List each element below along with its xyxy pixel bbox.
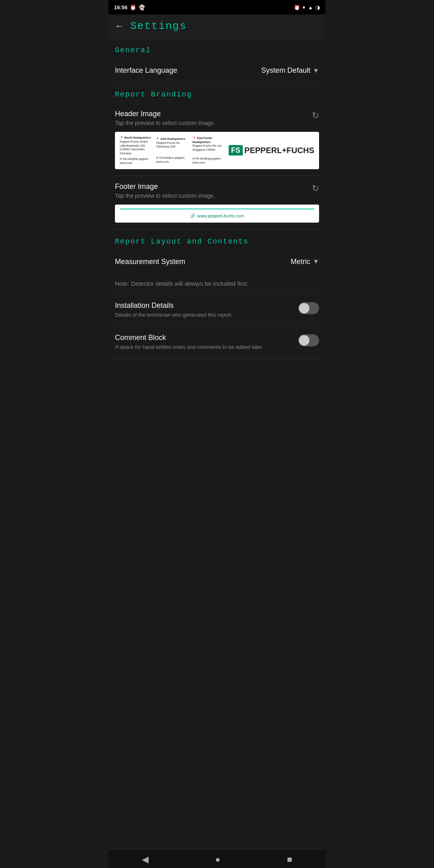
signal-icon: ▲ bbox=[308, 4, 313, 10]
back-button[interactable]: ← bbox=[115, 21, 124, 31]
status-bar-left: 16:56 ⏰ 👻 bbox=[114, 4, 145, 10]
footer-image-item: Footer Image Tap the preview to select c… bbox=[108, 176, 326, 229]
footer-url: 🔗 www.pepperl-fuchs.com bbox=[190, 213, 244, 219]
comment-block-row: Comment Block A space for hand-written n… bbox=[108, 326, 326, 358]
status-bar: 16:56 ⏰ 👻 ⏰ ▾ ▲ ◑ bbox=[108, 0, 326, 14]
settings-content: General Interface Language System Defaul… bbox=[108, 38, 326, 358]
header-image-item: Header Image Tap the preview to select c… bbox=[108, 103, 326, 176]
comment-block-thumb bbox=[299, 335, 309, 346]
footer-image-text: Footer Image Tap the preview to select c… bbox=[115, 182, 215, 199]
top-bar: ← Settings bbox=[108, 14, 326, 38]
comment-block-track[interactable] bbox=[298, 334, 319, 346]
footer-image-subtitle: Tap the preview to select custom image. bbox=[115, 192, 215, 199]
comment-block-left: Comment Block A space for hand-written n… bbox=[115, 334, 298, 351]
installation-details-left: Installation Details Details of the tech… bbox=[115, 301, 298, 319]
hq-usa: 📍 USA Headquarters Pepperl+Fuchs-Inc. Tw… bbox=[156, 137, 189, 164]
wifi-icon: ▾ bbox=[303, 4, 305, 10]
header-image-header: Header Image Tap the preview to select c… bbox=[115, 110, 319, 126]
footer-image-refresh-icon[interactable]: ↻ bbox=[312, 183, 319, 194]
comment-block-subtitle: A space for hand-written notes and comme… bbox=[115, 344, 292, 351]
section-report-layout: Report Layout and Contents Measurement S… bbox=[108, 229, 326, 358]
hq-asia: 📍 Asia Pacific Headquarters Pepperl+Fuch… bbox=[192, 136, 225, 165]
footer-image-title: Footer Image bbox=[115, 182, 215, 191]
alarm-icon-right: ⏰ bbox=[294, 4, 300, 10]
interface-language-value[interactable]: System Default ▼ bbox=[261, 66, 319, 75]
comment-block-title: Comment Block bbox=[115, 334, 292, 342]
section-branding-header: Report Branding bbox=[108, 82, 326, 103]
footer-preview-content: 🔗 www.pepperl-fuchs.com bbox=[120, 209, 314, 219]
section-general-header: General bbox=[108, 38, 326, 59]
interface-language-label: Interface Language bbox=[115, 66, 177, 75]
battery-icon: ◑ bbox=[315, 4, 320, 10]
measurement-system-selected: Metric bbox=[291, 258, 310, 266]
link-icon: 🔗 bbox=[190, 213, 196, 219]
detector-note-row: Note: Detector details will always be in… bbox=[108, 274, 326, 294]
detector-note-text: Note: Detector details will always be in… bbox=[115, 280, 249, 287]
pf-logo: FS PEPPERL+FUCHS bbox=[229, 145, 314, 156]
page-title: Settings bbox=[130, 20, 187, 32]
comment-block-toggle[interactable] bbox=[298, 334, 319, 346]
installation-details-title: Installation Details bbox=[115, 301, 292, 310]
header-image-text: Header Image Tap the preview to select c… bbox=[115, 110, 215, 126]
pf-logo-text: PEPPERL+FUCHS bbox=[244, 146, 314, 155]
installation-details-subtitle: Details of the technician who generated … bbox=[115, 311, 292, 319]
time: 16:56 bbox=[114, 4, 127, 10]
section-report-branding: Report Branding Header Image Tap the pre… bbox=[108, 82, 326, 229]
interface-language-row[interactable]: Interface Language System Default ▼ bbox=[108, 59, 326, 82]
installation-details-row: Installation Details Details of the tech… bbox=[108, 294, 326, 326]
language-dropdown-arrow: ▼ bbox=[313, 67, 319, 74]
status-bar-right: ⏰ ▾ ▲ ◑ bbox=[294, 4, 320, 10]
hq-world: 📍 World Headquarters Pepperl+Fuchs GmbH … bbox=[120, 136, 153, 165]
footer-divider-line bbox=[120, 209, 314, 209]
header-preview-content: 📍 World Headquarters Pepperl+Fuchs GmbH … bbox=[120, 136, 314, 165]
header-image-preview[interactable]: 📍 World Headquarters Pepperl+Fuchs GmbH … bbox=[115, 132, 319, 169]
installation-details-track[interactable] bbox=[298, 302, 319, 314]
installation-details-toggle[interactable] bbox=[298, 302, 319, 314]
interface-language-selected: System Default bbox=[261, 66, 310, 75]
installation-details-thumb bbox=[299, 303, 309, 313]
measurement-system-row[interactable]: Measurement System Metric ▼ bbox=[108, 250, 326, 274]
alarm-icon: ⏰ bbox=[130, 4, 136, 10]
footer-image-preview[interactable]: 🔗 www.pepperl-fuchs.com bbox=[115, 205, 319, 223]
header-image-refresh-icon[interactable]: ↻ bbox=[312, 111, 319, 121]
ghost-icon: 👻 bbox=[139, 4, 145, 10]
header-image-title: Header Image bbox=[115, 110, 215, 118]
measurement-system-label: Measurement System bbox=[115, 258, 185, 266]
header-image-subtitle: Tap the preview to select custom image. bbox=[115, 120, 215, 126]
footer-url-text: www.pepperl-fuchs.com bbox=[197, 213, 244, 218]
section-layout-header: Report Layout and Contents bbox=[108, 229, 326, 250]
measurement-dropdown-arrow: ▼ bbox=[313, 258, 319, 265]
pf-logo-icon: FS bbox=[229, 145, 243, 156]
measurement-system-value[interactable]: Metric ▼ bbox=[291, 258, 319, 266]
footer-image-header: Footer Image Tap the preview to select c… bbox=[115, 182, 319, 199]
section-general: General Interface Language System Defaul… bbox=[108, 38, 326, 82]
